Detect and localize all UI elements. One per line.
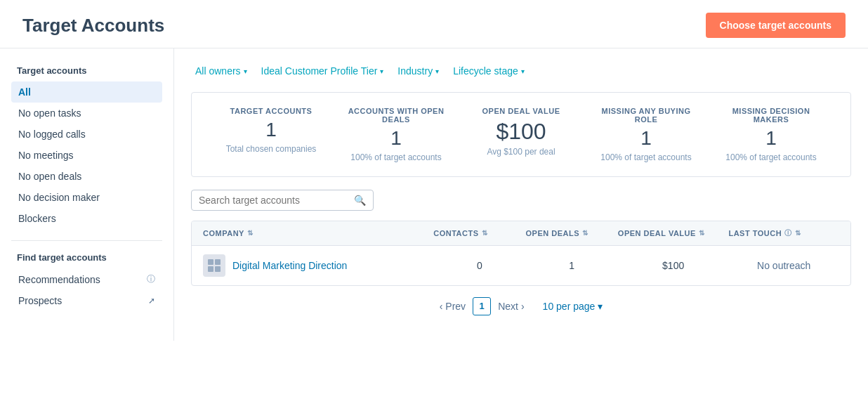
- stat-accounts-open-deals: ACCOUNTS WITH OPEN DEALS 1 100% of targe…: [334, 107, 459, 162]
- sort-icon[interactable]: ⇅: [795, 229, 801, 237]
- td-deal-value: $100: [618, 260, 729, 271]
- find-section-title: Find target accounts: [11, 252, 162, 263]
- sidebar-item-no-meetings[interactable]: No meetings: [11, 145, 162, 166]
- chevron-left-icon: ‹: [440, 301, 443, 312]
- info-icon: ⓘ: [147, 273, 155, 285]
- sort-icon[interactable]: ⇅: [482, 229, 488, 237]
- company-icon: [203, 254, 225, 277]
- search-input[interactable]: [199, 195, 354, 206]
- choose-target-accounts-button[interactable]: Choose target accounts: [706, 13, 846, 38]
- info-icon: ⓘ: [784, 228, 792, 238]
- sidebar-divider: [11, 240, 162, 241]
- chevron-down-icon: ▾: [521, 67, 525, 75]
- sidebar-item-no-open-tasks[interactable]: No open tasks: [11, 103, 162, 124]
- stat-open-deal-value: OPEN DEAL VALUE $100 Avg $100 per deal: [459, 107, 584, 162]
- company-name-link[interactable]: Digital Marketing Direction: [232, 260, 347, 271]
- td-last-touch: No outreach: [728, 260, 839, 271]
- th-open-deals: OPEN DEALS ⇅: [526, 228, 618, 238]
- th-last-touch: LAST TOUCH ⓘ ⇅: [728, 228, 839, 238]
- th-contacts: CONTACTS ⇅: [433, 228, 525, 238]
- per-page-dropdown[interactable]: 10 per page ▾: [543, 301, 603, 312]
- table-row: Digital Marketing Direction 0 1 $100 No …: [192, 246, 850, 285]
- chevron-down-icon: ▾: [244, 67, 247, 75]
- filter-industry[interactable]: Industry ▾: [393, 63, 443, 79]
- sort-icon[interactable]: ⇅: [247, 229, 254, 237]
- sidebar-section-title: Target accounts: [11, 65, 162, 76]
- chevron-down-icon: ▾: [598, 301, 603, 312]
- chevron-down-icon: ▾: [380, 67, 383, 75]
- page: Target Accounts Choose target accounts T…: [0, 0, 868, 418]
- sidebar: Target accounts All No open tasks No log…: [0, 48, 174, 341]
- current-page[interactable]: 1: [473, 297, 491, 315]
- external-link-icon: ➚: [148, 296, 155, 306]
- stat-target-accounts: TARGET ACCOUNTS 1 Total chosen companies: [209, 107, 334, 162]
- stat-missing-decision-makers: MISSING DECISION MAKERS 1 100% of target…: [709, 107, 834, 162]
- company-grid-icon: [208, 259, 221, 272]
- table-header: COMPANY ⇅ CONTACTS ⇅ OPEN DEALS ⇅ OPEN D…: [192, 221, 850, 246]
- sidebar-item-no-decision-maker[interactable]: No decision maker: [11, 187, 162, 208]
- search-box: 🔍: [191, 190, 374, 211]
- td-contacts: 0: [433, 260, 525, 271]
- sidebar-item-blockers[interactable]: Blockers: [11, 208, 162, 229]
- chevron-right-icon: ›: [521, 301, 525, 312]
- main-content: All owners ▾ Ideal Customer Profile Tier…: [174, 48, 868, 341]
- filter-owners[interactable]: All owners ▾: [191, 63, 251, 79]
- filters-row: All owners ▾ Ideal Customer Profile Tier…: [191, 63, 851, 79]
- sidebar-item-recommendations[interactable]: Recommendations ⓘ: [11, 268, 162, 290]
- search-icon: 🔍: [354, 195, 366, 206]
- header: Target Accounts Choose target accounts: [0, 0, 868, 48]
- sort-icon[interactable]: ⇅: [699, 229, 705, 237]
- chevron-down-icon: ▾: [435, 67, 439, 75]
- th-deal-value: OPEN DEAL VALUE ⇅: [618, 228, 729, 238]
- sort-icon[interactable]: ⇅: [582, 229, 588, 237]
- sidebar-item-no-open-deals[interactable]: No open deals: [11, 166, 162, 187]
- stat-missing-buying-role: MISSING ANY BUYING ROLE 1 100% of target…: [584, 107, 709, 162]
- th-company: COMPANY ⇅: [203, 228, 433, 238]
- td-open-deals: 1: [526, 260, 618, 271]
- content-area: Target accounts All No open tasks No log…: [0, 48, 868, 341]
- pagination: ‹ Prev 1 Next › 10 per page ▾: [191, 286, 851, 327]
- sidebar-item-all[interactable]: All: [11, 81, 162, 103]
- sidebar-item-no-logged-calls[interactable]: No logged calls: [11, 124, 162, 145]
- filter-lifecycle[interactable]: Lifecycle stage ▾: [449, 63, 529, 79]
- page-title: Target Accounts: [22, 15, 164, 37]
- accounts-table: COMPANY ⇅ CONTACTS ⇅ OPEN DEALS ⇅ OPEN D…: [191, 221, 851, 286]
- next-button[interactable]: Next ›: [498, 301, 524, 312]
- td-company: Digital Marketing Direction: [203, 254, 433, 277]
- filter-icp[interactable]: Ideal Customer Profile Tier ▾: [257, 63, 388, 79]
- prev-button[interactable]: ‹ Prev: [440, 301, 466, 312]
- sidebar-item-prospects[interactable]: Prospects ➚: [11, 290, 162, 311]
- search-row: 🔍: [191, 190, 851, 211]
- stats-box: TARGET ACCOUNTS 1 Total chosen companies…: [191, 92, 851, 177]
